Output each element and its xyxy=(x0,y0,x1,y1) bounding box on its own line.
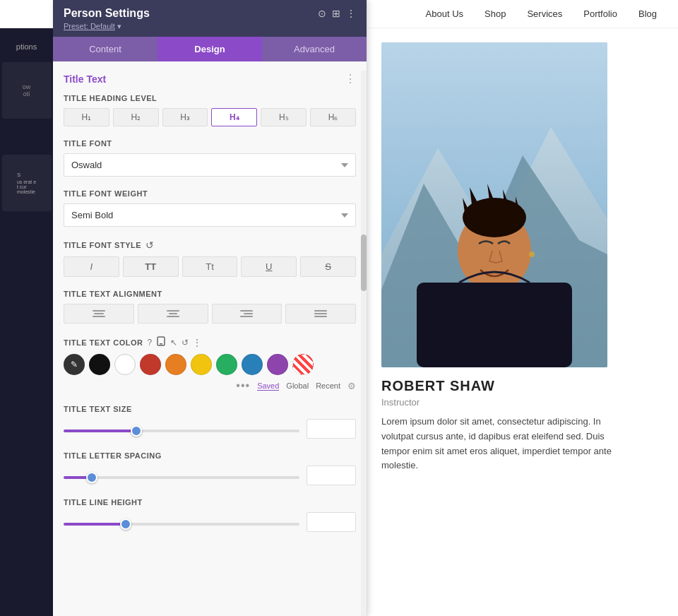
nav-blog[interactable]: Blog xyxy=(638,8,657,19)
color-help-icon[interactable]: ? xyxy=(148,338,153,348)
color-swatch-purple[interactable] xyxy=(267,354,288,375)
sidebar-preview-2: S us erat e t cur molestie xyxy=(2,155,52,211)
line-height-value[interactable]: 1.5em xyxy=(307,512,356,532)
svg-rect-1 xyxy=(160,343,162,345)
style-btn-uppercase[interactable]: TT xyxy=(123,256,179,277)
color-more-dots[interactable]: ••• xyxy=(236,379,250,392)
section-menu-icon[interactable]: ⋮ xyxy=(345,72,356,85)
person-name: ROBERT SHAW xyxy=(381,378,622,394)
letter-spacing-slider-row: 1px xyxy=(64,466,356,485)
nav-about-us[interactable]: About Us xyxy=(426,8,463,19)
title-text-color-section: 5 Title Text Color ? ↖ ↺ ⋮ ✎ xyxy=(64,336,356,392)
heading-btn-h1[interactable]: H₁ xyxy=(64,108,109,126)
color-swatch-red[interactable] xyxy=(140,354,161,375)
letter-spacing-slider[interactable] xyxy=(64,476,299,479)
text-size-slider[interactable] xyxy=(64,430,299,432)
letter-spacing-slider-container xyxy=(64,470,299,481)
font-select[interactable]: Oswald Open Sans Roboto Lato xyxy=(64,153,356,177)
heading-level-label: Title Heading Level xyxy=(64,94,356,102)
line-height-slider[interactable] xyxy=(64,523,299,526)
color-swatch-green[interactable] xyxy=(216,354,237,375)
left-sidebar: ptions ow oti S us erat e t cur molestie xyxy=(0,28,53,616)
align-btn-center[interactable] xyxy=(138,304,208,324)
color-phone-icon[interactable] xyxy=(156,336,166,348)
title-text-alignment-group: Title Text Alignment xyxy=(64,290,356,324)
tab-content[interactable]: Content xyxy=(53,37,157,61)
heading-btn-h2[interactable]: H₂ xyxy=(113,108,159,126)
tab-design[interactable]: Design xyxy=(157,37,262,61)
text-size-value[interactable]: 20px xyxy=(307,419,356,439)
color-tab-recent[interactable]: Recent xyxy=(316,381,340,390)
panel-body: Title Text ⋮ 1 Title Heading Level H₁ H₂… xyxy=(53,61,367,616)
section-title: Title Text xyxy=(64,73,106,85)
panel-tabs: Content Design Advanced xyxy=(53,37,367,61)
align-btn-justify[interactable] xyxy=(285,304,356,324)
color-swatch-white[interactable] xyxy=(114,354,136,375)
style-btn-strikethrough[interactable]: S xyxy=(300,256,356,277)
title-letter-spacing-group: 7 Title Letter Spacing 1px xyxy=(64,451,356,485)
font-label: Title Font xyxy=(64,139,356,148)
style-btn-italic[interactable]: I xyxy=(64,256,119,277)
color-settings-icon[interactable]: ⚙ xyxy=(347,381,356,391)
panel-header: Person Settings ⊙ ⊞ ⋮ Preset: Default ▾ xyxy=(53,0,367,37)
panel-scrollbar-thumb[interactable] xyxy=(361,235,367,291)
text-size-slider-row: 20px xyxy=(64,419,356,439)
alignment-label: Title Text Alignment xyxy=(64,290,356,298)
person-role: Instructor xyxy=(381,397,622,408)
title-font-weight-group: 3 Title Font Weight Semi Bold Normal Bol… xyxy=(64,189,356,227)
svg-point-14 xyxy=(529,251,535,257)
heading-btn-h3[interactable]: H₃ xyxy=(162,108,208,126)
heading-btn-h4[interactable]: H₄ xyxy=(211,108,257,126)
color-swatches: ✎ xyxy=(64,354,356,375)
heading-btn-h6[interactable]: H₆ xyxy=(310,108,356,126)
color-tab-global[interactable]: Global xyxy=(286,381,309,390)
nav-services[interactable]: Services xyxy=(527,8,562,19)
align-btn-right[interactable] xyxy=(212,304,282,324)
svg-rect-15 xyxy=(417,283,572,367)
panel-icon-grid[interactable]: ⊞ xyxy=(332,8,340,19)
color-more-icon[interactable]: ⋮ xyxy=(193,338,201,348)
settings-panel: Person Settings ⊙ ⊞ ⋮ Preset: Default ▾ … xyxy=(53,0,367,616)
line-height-slider-row: 1.5em xyxy=(64,512,356,532)
panel-scrollbar[interactable] xyxy=(361,71,367,616)
style-btn-underline[interactable]: U xyxy=(241,256,297,277)
title-heading-level-group: 1 Title Heading Level H₁ H₂ H₃ H₄ H₅ H₆ xyxy=(64,94,356,126)
nav-portfolio[interactable]: Portfolio xyxy=(583,8,617,19)
tab-advanced[interactable]: Advanced xyxy=(262,37,367,61)
sidebar-text-options: ptions xyxy=(0,39,53,54)
font-style-label: Title Font Style xyxy=(64,241,141,249)
panel-title: Person Settings xyxy=(64,7,150,20)
color-label-row: Title Text Color ? ↖ ↺ ⋮ xyxy=(64,336,356,348)
style-btn-capitalize[interactable]: Tt xyxy=(182,256,238,277)
nav-shop[interactable]: Shop xyxy=(484,8,506,19)
text-size-label: Title Text Size xyxy=(64,405,356,413)
align-buttons xyxy=(64,304,356,324)
website-preview: ROBERT SHAW Instructor Lorem ipsum dolor… xyxy=(367,28,678,616)
title-font-style-group: 4 Title Font Style ↺ I TT Tt U S xyxy=(64,239,356,277)
letter-spacing-value[interactable]: 1px xyxy=(307,466,356,485)
line-height-slider-container xyxy=(64,517,299,528)
person-bio: Lorem ipsum dolor sit amet, consectetur … xyxy=(381,415,622,473)
panel-icon-target[interactable]: ⊙ xyxy=(318,8,326,19)
color-swatch-none[interactable] xyxy=(292,354,314,375)
color-swatch-black[interactable] xyxy=(89,354,110,375)
font-style-reset-icon[interactable]: ↺ xyxy=(145,239,154,251)
panel-preset-dropdown[interactable]: Preset: Default ▾ xyxy=(64,22,356,31)
color-swatch-blue[interactable] xyxy=(242,354,263,375)
style-buttons: I TT Tt U S xyxy=(64,256,356,277)
color-undo-icon[interactable]: ↺ xyxy=(182,338,189,348)
align-btn-left[interactable] xyxy=(64,304,134,324)
color-swatch-yellow[interactable] xyxy=(191,354,212,375)
color-swatch-orange[interactable] xyxy=(165,354,186,375)
heading-buttons: H₁ H₂ H₃ H₄ H₅ H₆ xyxy=(64,108,356,126)
color-tabs-row: ••• Saved Global Recent ⚙ xyxy=(64,379,356,392)
color-cursor-icon[interactable]: ↖ xyxy=(170,338,177,348)
color-tab-saved[interactable]: Saved xyxy=(257,381,279,391)
section-header: Title Text ⋮ xyxy=(64,72,356,85)
person-image xyxy=(381,42,607,367)
heading-btn-h5[interactable]: H₅ xyxy=(261,108,307,126)
color-edit-button[interactable]: ✎ xyxy=(64,354,85,375)
title-line-height-group: 8 Title Line Height 1.5em xyxy=(64,498,356,532)
font-weight-select[interactable]: Semi Bold Normal Bold Light xyxy=(64,203,356,227)
panel-icon-more[interactable]: ⋮ xyxy=(346,8,356,19)
